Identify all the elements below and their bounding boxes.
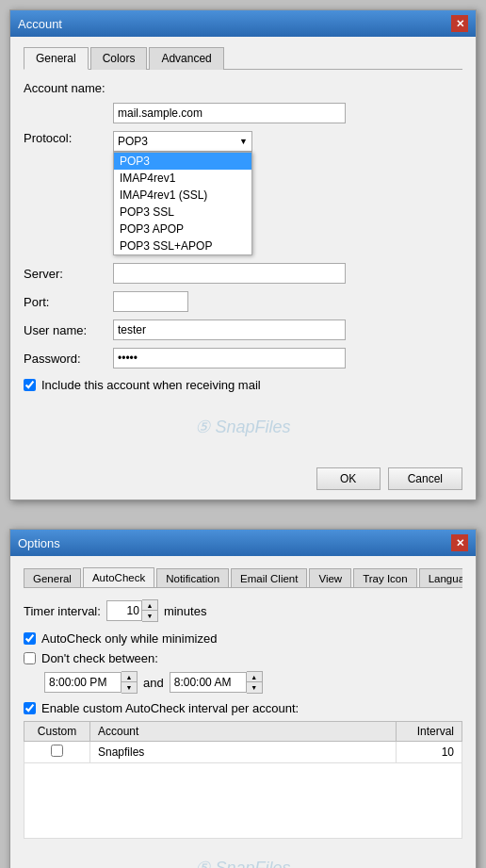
timer-spinner-buttons: ▲ ▼ [142,599,158,622]
time-from-input[interactable] [44,672,122,693]
timer-row: Timer interval: ▲ ▼ minutes [24,599,462,622]
port-row: Port: [24,291,462,312]
time-to-up[interactable]: ▲ [247,672,262,682]
account-name-row: Account name: [24,81,462,95]
protocol-option-pop3[interactable]: POP3 [114,153,251,170]
include-row: Include this account when receiving mail [24,378,462,392]
username-label: User name: [24,323,113,337]
dont-check-checkbox[interactable] [24,652,36,664]
tab-colors[interactable]: Colors [90,47,148,70]
protocol-field: POP3 ▼ POP3 IMAP4rev1 IMAP4rev1 (SSL) PO… [113,131,252,152]
server-row: Server: [24,263,462,284]
timer-up-button[interactable]: ▲ [142,600,157,611]
tab-options-notification[interactable]: Notification [156,568,229,588]
protocol-row: Protocol: POP3 ▼ POP3 IMAP4rev1 IMAP4rev… [24,131,462,152]
time-to-spinner: ▲ ▼ [247,671,263,694]
time-from-down[interactable]: ▼ [122,682,137,693]
row-interval-cell: 10 [397,742,462,763]
protocol-option-pop3sslapop[interactable]: POP3 SSL+APOP [114,237,251,254]
time-to-input[interactable] [170,672,247,693]
include-checkbox[interactable] [24,379,36,391]
enable-custom-row: Enable custom AutoCheck interval per acc… [24,701,462,715]
protocol-option-imap4[interactable]: IMAP4rev1 [114,170,251,187]
options-close-button[interactable]: ✕ [451,534,468,551]
protocol-label: Protocol: [24,131,113,145]
options-tabs: General AutoCheck Notification Email Cli… [24,565,462,588]
tab-options-email-client[interactable]: Email Client [231,568,307,588]
table-row: Snapfiles 10 [24,742,462,763]
account-close-button[interactable]: ✕ [451,15,468,32]
timer-label: Timer interval: [24,604,101,618]
enable-custom-checkbox[interactable] [24,702,36,714]
tab-options-general[interactable]: General [24,568,81,588]
time-to-wrap: ▲ ▼ [170,671,263,694]
autocheck-minimized-checkbox[interactable] [24,632,36,645]
options-titlebar: Options ✕ [10,530,476,556]
time-and-label: and [143,676,164,690]
row-account-cell: Snapfiles [90,742,397,763]
account-ok-button[interactable]: OK [316,467,381,490]
custom-table: Custom Account Interval Snapfiles 10 [24,721,462,839]
account-dialog: Account ✕ General Colors Advanced Accoun… [9,9,477,500]
protocol-option-pop3ssl[interactable]: POP3 SSL [114,204,251,221]
username-input[interactable] [113,319,346,340]
port-input[interactable] [113,291,188,312]
timer-unit: minutes [164,604,207,618]
tab-general[interactable]: General [24,47,89,70]
row-custom-cell [24,742,90,763]
account-name-input-row [24,103,462,123]
password-label: Password: [24,352,113,366]
options-title: Options [18,536,60,550]
account-watermark: ⑤ SnapFiles [24,398,462,447]
col-header-account: Account [90,722,397,742]
options-dialog: Options ✕ General AutoCheck Notification… [9,529,477,868]
server-label: Server: [24,267,113,281]
account-cancel-button[interactable]: Cancel [388,467,462,490]
tab-options-tray-icon[interactable]: Tray Icon [353,568,417,588]
dont-check-label: Don't check between: [41,651,158,665]
autocheck-minimized-label: AutoCheck only while minimized [41,631,217,646]
protocol-select[interactable]: POP3 ▼ [113,131,252,152]
account-footer: OK Cancel [10,460,476,500]
account-body: General Colors Advanced Account name: Pr… [10,37,476,460]
protocol-option-pop3apop[interactable]: POP3 APOP [114,221,251,237]
col-header-interval: Interval [397,722,462,742]
dont-check-row: Don't check between: [24,651,462,665]
options-watermark: ⑤ SnapFiles [24,839,462,868]
protocol-option-imap4ssl[interactable]: IMAP4rev1 (SSL) [114,187,251,204]
tab-options-view[interactable]: View [309,568,351,588]
protocol-dropdown-wrap: POP3 ▼ POP3 IMAP4rev1 IMAP4rev1 (SSL) PO… [113,131,252,152]
tab-options-language[interactable]: Language [419,568,462,588]
time-from-up[interactable]: ▲ [122,672,137,682]
enable-custom-label: Enable custom AutoCheck interval per acc… [41,701,299,715]
col-header-custom: Custom [24,722,90,742]
options-body: General AutoCheck Notification Email Cli… [10,556,476,868]
account-name-input[interactable] [113,103,346,123]
time-to-down[interactable]: ▼ [247,682,262,693]
account-titlebar: Account ✕ [10,10,476,37]
time-range-row: ▲ ▼ and ▲ ▼ [44,671,462,694]
account-tabs: General Colors Advanced [24,46,462,70]
username-row: User name: [24,319,462,340]
account-name-label: Account name: [24,81,113,95]
autocheck-minimized-row: AutoCheck only while minimized [24,631,462,646]
timer-spinner-wrap: ▲ ▼ [106,599,158,622]
protocol-dropdown-popup: POP3 IMAP4rev1 IMAP4rev1 (SSL) POP3 SSL … [113,152,252,255]
timer-down-button[interactable]: ▼ [142,611,157,621]
table-empty-row [24,763,462,839]
custom-table-body: Snapfiles 10 [24,742,462,839]
row-custom-checkbox[interactable] [51,745,63,757]
password-input[interactable] [113,348,346,368]
tab-options-autocheck[interactable]: AutoCheck [83,567,154,588]
table-empty-cell [24,763,462,839]
include-label: Include this account when receiving mail [41,378,261,392]
time-from-spinner: ▲ ▼ [122,671,138,694]
password-row: Password: [24,348,462,368]
timer-input[interactable] [106,600,142,621]
server-input[interactable] [113,263,346,284]
port-label: Port: [24,295,113,309]
protocol-arrow-icon: ▼ [239,137,248,146]
tab-advanced[interactable]: Advanced [149,47,223,70]
time-from-wrap: ▲ ▼ [44,671,138,694]
account-title: Account [18,17,62,31]
